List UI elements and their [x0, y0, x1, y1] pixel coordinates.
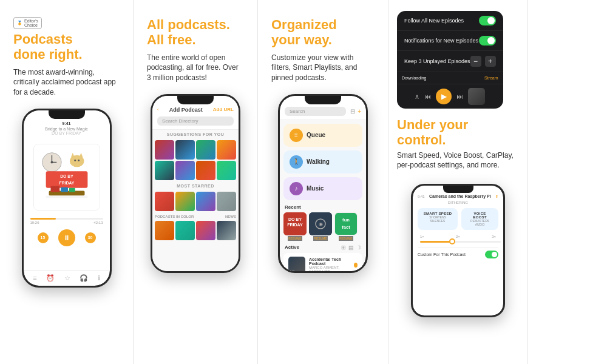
active-podcast-name: Accidental Tech Podcast — [309, 257, 350, 266]
follow-episodes-toggle[interactable] — [479, 16, 496, 25]
add-icon[interactable]: + — [358, 108, 361, 115]
bottom-labels: PODCASTS IN COLOR NEWS — [152, 214, 239, 220]
phone1-screen: 9:41 Bridge to a New Magic DO BY FRIDAY — [24, 110, 110, 286]
phone1-artwork: DO BY FRIDAY — [33, 144, 100, 211]
podcast-thumb-16[interactable] — [217, 221, 236, 240]
nav-clock-icon[interactable]: ⏰ — [46, 274, 55, 282]
skip-forward-30-icon[interactable]: ⏭ — [456, 93, 463, 100]
section-all-podcasts: All podcasts. All free. The entire world… — [134, 0, 258, 364]
phone2-add-url-button[interactable]: Add URL — [213, 107, 234, 112]
active-indicator — [354, 263, 358, 268]
svg-text:fact: fact — [342, 224, 350, 230]
podcast-thumb-3[interactable] — [196, 140, 215, 160]
svg-rect-16 — [61, 187, 68, 192]
podcast-thumb-13[interactable] — [155, 221, 174, 240]
section2-news-label: NEWS — [225, 215, 236, 218]
grid-icon[interactable]: ⊞ — [341, 244, 346, 251]
music-playlist-item[interactable]: ♪ Music — [283, 177, 362, 200]
phone3-search-input[interactable]: Search — [285, 107, 346, 116]
skip-forward-button[interactable]: 30 — [85, 232, 96, 243]
recent-podcasts-grid: DO BY FRIDAY RESUME ◉ — [280, 211, 366, 242]
speed-slider-thumb[interactable] — [449, 238, 455, 244]
podcast-thumb-12[interactable] — [217, 192, 236, 211]
phone1-progress-bar[interactable] — [30, 218, 103, 220]
active-podcast-art — [288, 257, 305, 271]
podcast-thumb-2[interactable] — [175, 140, 195, 160]
svg-rect-15 — [50, 186, 59, 192]
skip-back-button[interactable]: 15 — [38, 232, 49, 243]
stepper-plus-button[interactable]: + — [485, 56, 496, 67]
phone4-podcast-name: Cameras and the Raspberry Pi — [429, 194, 491, 198]
skip-back-15-icon[interactable]: ⏮ — [424, 93, 431, 100]
stepper-minus-button[interactable]: − — [470, 56, 481, 67]
queue-playlist-item[interactable]: ≡ Queue — [283, 124, 362, 147]
voice-boost-button[interactable]: VOICE BOOST REMASTERS AUDIO — [461, 208, 498, 230]
list-icon[interactable]: ▤ — [348, 244, 354, 251]
recent-item-2[interactable]: ◉ RESUME — [309, 212, 332, 241]
svg-point-10 — [78, 160, 80, 161]
podcast-thumb-9[interactable] — [155, 192, 174, 211]
svg-text:◉: ◉ — [319, 221, 323, 227]
recent-item-1[interactable]: DO BY FRIDAY RESUME — [283, 212, 307, 241]
phone4-show-info: DITHERING — [418, 201, 498, 204]
filter-icon[interactable]: ⊟ — [350, 108, 355, 115]
recent-item-3[interactable]: fun fact RESUME — [334, 212, 358, 241]
svg-rect-17 — [69, 188, 75, 192]
podcast-thumb-15[interactable] — [196, 221, 215, 240]
podcast-thumb-7[interactable] — [196, 161, 215, 180]
nav-info-icon[interactable]: ℹ — [98, 274, 100, 282]
phone2-content: ‹ Add Podcast Add URL Search Directory S… — [152, 96, 239, 271]
moon-icon[interactable]: ☽ — [356, 244, 361, 251]
phone4-show-name: DITHERING — [418, 201, 498, 204]
notifications-toggle[interactable] — [479, 36, 496, 46]
speed-slider[interactable] — [420, 241, 501, 243]
music-label: Music — [307, 185, 324, 192]
phone1-nav: ≡ ⏰ ☆ 🎧 ℹ — [24, 270, 110, 286]
active-podcast-item[interactable]: Accidental Tech Podcast MARCO ARMENT, CA… — [283, 253, 362, 271]
mini-play-button[interactable]: ▶ — [436, 89, 452, 104]
podcast-thumb-10[interactable] — [175, 192, 195, 211]
medal-icon: 🏅 — [17, 21, 22, 25]
keep-episodes-row: Keep 3 Unplayed Episodes − + — [397, 51, 503, 72]
walking-playlist-item[interactable]: 🚶 Walking — [283, 150, 362, 174]
custom-podcast-label: Custom For This Podcast — [418, 252, 466, 257]
suggestions-grid — [152, 139, 239, 181]
section4-title: Under your control. — [397, 117, 468, 148]
phone1-current-time: 19:26 — [30, 221, 39, 224]
smart-speed-sub: SHORTENS SILENCES — [422, 215, 453, 223]
phone3-content: Search ⊟ + ≡ Queue 🚶 Walking ♪ Music — [280, 96, 366, 271]
chevron-down-icon[interactable]: ∧ — [415, 93, 419, 101]
nav-headphones-icon[interactable]: 🎧 — [80, 274, 88, 282]
pause-button[interactable]: ⏸ — [58, 229, 75, 246]
notifications-label: Notifications for New Episodes — [404, 38, 478, 44]
podcast-thumb-5[interactable] — [155, 161, 174, 180]
nav-star-icon[interactable]: ☆ — [64, 274, 70, 282]
speed-2x-label: 2× — [456, 235, 460, 238]
podcast-thumb-8[interactable] — [217, 161, 236, 180]
custom-podcast-row: Custom For This Podcast — [418, 248, 498, 261]
phone2-notch — [177, 96, 214, 104]
phone2-search-input[interactable]: Search Directory — [157, 116, 234, 126]
section3-title: Organized your way. — [271, 17, 337, 48]
svg-point-9 — [74, 160, 76, 161]
phone1-time: 9:41 — [62, 121, 70, 126]
keep-episodes-stepper: − + — [470, 56, 496, 67]
section-organized: Organized your way. Customize your view … — [258, 0, 388, 364]
section2-title: All podcasts. All free. — [147, 17, 230, 48]
svg-rect-18 — [46, 195, 87, 198]
phone1-controls: 15 ⏸ 30 — [38, 229, 96, 246]
phone2-back-button[interactable]: ‹ — [157, 107, 159, 112]
podcast-thumb-11[interactable] — [196, 192, 215, 211]
podcast-thumb-1[interactable] — [155, 140, 174, 160]
custom-podcast-toggle[interactable] — [485, 251, 498, 258]
podcast-thumb-4[interactable] — [217, 140, 236, 160]
speed-1x-label: 1× — [420, 235, 424, 238]
podcast-thumb-6[interactable] — [175, 161, 195, 180]
svg-text:fun: fun — [342, 217, 350, 223]
section3-subtitle: Customize your view with filters, Smart … — [271, 53, 375, 83]
phone4-share-icon[interactable]: ⬆ — [495, 194, 498, 198]
smart-speed-button[interactable]: SMART SPEED SHORTENS SILENCES — [418, 208, 458, 230]
nav-queue-icon[interactable]: ≡ — [33, 274, 36, 282]
podcast-thumb-14[interactable] — [175, 221, 195, 240]
mini-player-artwork — [468, 88, 485, 105]
